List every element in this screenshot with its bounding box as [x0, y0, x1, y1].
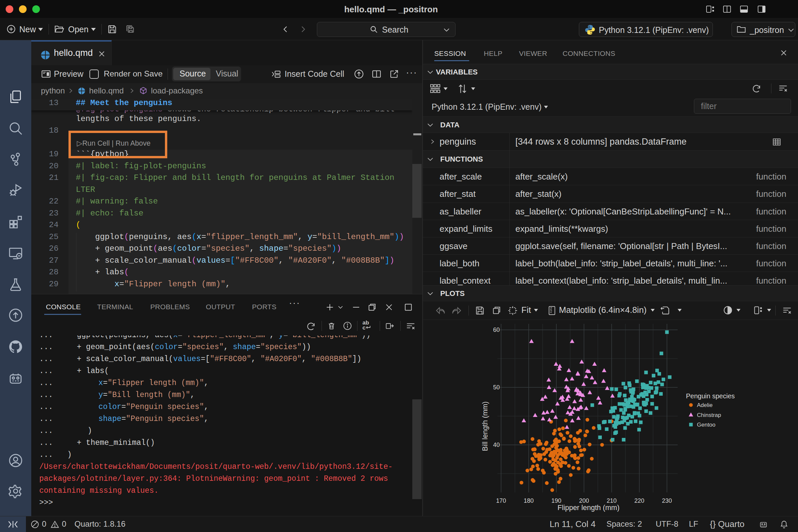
svg-text:Penguin species: Penguin species: [686, 392, 735, 400]
svg-text:220: 220: [634, 497, 644, 504]
svg-text:40: 40: [493, 441, 500, 448]
svg-text:Flipper length (mm): Flipper length (mm): [557, 504, 620, 512]
svg-text:210: 210: [607, 497, 616, 504]
svg-text:Gentoo: Gentoo: [697, 422, 716, 428]
svg-text:200: 200: [579, 497, 589, 504]
svg-text:Chinstrap: Chinstrap: [697, 412, 721, 418]
svg-text:190: 190: [551, 497, 561, 504]
svg-text:180: 180: [524, 497, 534, 504]
svg-text:50: 50: [493, 384, 500, 391]
svg-text:60: 60: [493, 326, 500, 333]
svg-text:230: 230: [662, 497, 672, 504]
svg-text:Bill length (mm): Bill length (mm): [481, 401, 489, 451]
svg-text:Adelie: Adelie: [697, 402, 712, 408]
svg-text:170: 170: [496, 497, 506, 504]
